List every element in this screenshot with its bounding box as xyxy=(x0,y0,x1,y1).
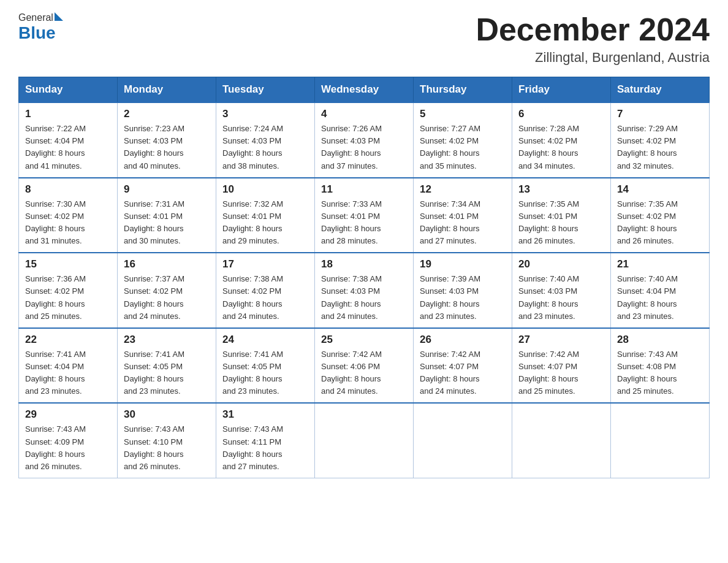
week-row-3: 15 Sunrise: 7:36 AM Sunset: 4:02 PM Dayl… xyxy=(19,253,710,328)
week-row-5: 29 Sunrise: 7:43 AM Sunset: 4:09 PM Dayl… xyxy=(19,403,710,478)
table-row: 8 Sunrise: 7:30 AM Sunset: 4:02 PM Dayli… xyxy=(19,178,118,253)
day-info: Sunrise: 7:29 AM Sunset: 4:02 PM Dayligh… xyxy=(617,123,703,172)
calendar-table: Sunday Monday Tuesday Wednesday Thursday… xyxy=(18,77,710,478)
table-row: 12 Sunrise: 7:34 AM Sunset: 4:01 PM Dayl… xyxy=(414,178,512,253)
logo-top-line: General xyxy=(18,12,63,23)
day-info: Sunrise: 7:37 AM Sunset: 4:02 PM Dayligh… xyxy=(124,273,210,323)
day-number: 21 xyxy=(617,258,703,270)
table-row: 16 Sunrise: 7:37 AM Sunset: 4:02 PM Dayl… xyxy=(118,253,216,328)
table-row: 19 Sunrise: 7:39 AM Sunset: 4:03 PM Dayl… xyxy=(414,253,512,328)
day-number: 31 xyxy=(222,408,308,421)
day-number: 26 xyxy=(420,334,506,346)
week-row-4: 22 Sunrise: 7:41 AM Sunset: 4:04 PM Dayl… xyxy=(19,328,710,404)
logo-blue-text: Blue xyxy=(18,23,56,43)
day-number: 11 xyxy=(321,183,407,196)
day-info: Sunrise: 7:42 AM Sunset: 4:07 PM Dayligh… xyxy=(420,348,506,398)
day-number: 12 xyxy=(420,183,506,196)
table-row: 4 Sunrise: 7:26 AM Sunset: 4:03 PM Dayli… xyxy=(315,102,414,178)
day-info: Sunrise: 7:22 AM Sunset: 4:04 PM Dayligh… xyxy=(25,123,111,172)
day-number: 24 xyxy=(222,334,308,346)
table-row: 17 Sunrise: 7:38 AM Sunset: 4:02 PM Dayl… xyxy=(216,253,315,328)
day-number: 7 xyxy=(617,108,703,120)
day-number: 4 xyxy=(321,108,407,120)
col-monday: Monday xyxy=(118,77,216,103)
day-number: 9 xyxy=(124,183,210,196)
day-number: 14 xyxy=(617,183,703,196)
table-row: 9 Sunrise: 7:31 AM Sunset: 4:01 PM Dayli… xyxy=(118,178,216,253)
day-info: Sunrise: 7:43 AM Sunset: 4:10 PM Dayligh… xyxy=(124,423,210,473)
table-row: 7 Sunrise: 7:29 AM Sunset: 4:02 PM Dayli… xyxy=(611,102,710,178)
day-info: Sunrise: 7:34 AM Sunset: 4:01 PM Dayligh… xyxy=(420,198,506,248)
table-row xyxy=(315,403,414,478)
day-info: Sunrise: 7:26 AM Sunset: 4:03 PM Dayligh… xyxy=(321,123,407,172)
table-row: 10 Sunrise: 7:32 AM Sunset: 4:01 PM Dayl… xyxy=(216,178,315,253)
table-row: 29 Sunrise: 7:43 AM Sunset: 4:09 PM Dayl… xyxy=(19,403,118,478)
table-row: 18 Sunrise: 7:38 AM Sunset: 4:03 PM Dayl… xyxy=(315,253,414,328)
day-number: 19 xyxy=(420,258,506,270)
col-wednesday: Wednesday xyxy=(315,77,414,103)
col-friday: Friday xyxy=(512,77,611,103)
day-info: Sunrise: 7:32 AM Sunset: 4:01 PM Dayligh… xyxy=(222,198,308,248)
table-row: 22 Sunrise: 7:41 AM Sunset: 4:04 PM Dayl… xyxy=(19,328,118,404)
header-row: Sunday Monday Tuesday Wednesday Thursday… xyxy=(19,77,710,103)
table-row: 28 Sunrise: 7:43 AM Sunset: 4:08 PM Dayl… xyxy=(611,328,710,404)
day-info: Sunrise: 7:40 AM Sunset: 4:04 PM Dayligh… xyxy=(617,273,703,323)
col-tuesday: Tuesday xyxy=(216,77,315,103)
table-row: 11 Sunrise: 7:33 AM Sunset: 4:01 PM Dayl… xyxy=(315,178,414,253)
day-number: 13 xyxy=(518,183,604,196)
day-info: Sunrise: 7:40 AM Sunset: 4:03 PM Dayligh… xyxy=(518,273,604,323)
header: General Blue December 2024 Zillingtal, B… xyxy=(18,12,710,66)
day-info: Sunrise: 7:23 AM Sunset: 4:03 PM Dayligh… xyxy=(124,123,210,172)
table-row: 1 Sunrise: 7:22 AM Sunset: 4:04 PM Dayli… xyxy=(19,102,118,178)
logo-general-text: General xyxy=(18,12,53,23)
day-info: Sunrise: 7:27 AM Sunset: 4:02 PM Dayligh… xyxy=(420,123,506,172)
day-info: Sunrise: 7:42 AM Sunset: 4:07 PM Dayligh… xyxy=(518,348,604,398)
title-block: December 2024 Zillingtal, Burgenland, Au… xyxy=(476,12,710,66)
day-number: 8 xyxy=(25,183,111,196)
day-info: Sunrise: 7:41 AM Sunset: 4:04 PM Dayligh… xyxy=(25,348,111,398)
table-row: 20 Sunrise: 7:40 AM Sunset: 4:03 PM Dayl… xyxy=(512,253,611,328)
page: General Blue December 2024 Zillingtal, B… xyxy=(0,0,728,497)
table-row: 23 Sunrise: 7:41 AM Sunset: 4:05 PM Dayl… xyxy=(118,328,216,404)
day-number: 29 xyxy=(25,408,111,421)
month-title: December 2024 xyxy=(476,12,710,47)
table-row: 24 Sunrise: 7:41 AM Sunset: 4:05 PM Dayl… xyxy=(216,328,315,404)
table-row: 14 Sunrise: 7:35 AM Sunset: 4:02 PM Dayl… xyxy=(611,178,710,253)
day-info: Sunrise: 7:43 AM Sunset: 4:08 PM Dayligh… xyxy=(617,348,703,398)
table-row: 15 Sunrise: 7:36 AM Sunset: 4:02 PM Dayl… xyxy=(19,253,118,328)
table-row xyxy=(512,403,611,478)
day-info: Sunrise: 7:43 AM Sunset: 4:11 PM Dayligh… xyxy=(222,423,308,473)
day-number: 1 xyxy=(25,108,111,120)
day-number: 20 xyxy=(518,258,604,270)
table-row: 31 Sunrise: 7:43 AM Sunset: 4:11 PM Dayl… xyxy=(216,403,315,478)
day-info: Sunrise: 7:31 AM Sunset: 4:01 PM Dayligh… xyxy=(124,198,210,248)
day-number: 25 xyxy=(321,334,407,346)
day-number: 3 xyxy=(222,108,308,120)
table-row: 13 Sunrise: 7:35 AM Sunset: 4:01 PM Dayl… xyxy=(512,178,611,253)
table-row: 30 Sunrise: 7:43 AM Sunset: 4:10 PM Dayl… xyxy=(118,403,216,478)
day-info: Sunrise: 7:41 AM Sunset: 4:05 PM Dayligh… xyxy=(222,348,308,398)
day-number: 23 xyxy=(124,334,210,346)
day-info: Sunrise: 7:35 AM Sunset: 4:01 PM Dayligh… xyxy=(518,198,604,248)
day-info: Sunrise: 7:30 AM Sunset: 4:02 PM Dayligh… xyxy=(25,198,111,248)
day-info: Sunrise: 7:39 AM Sunset: 4:03 PM Dayligh… xyxy=(420,273,506,323)
day-info: Sunrise: 7:42 AM Sunset: 4:06 PM Dayligh… xyxy=(321,348,407,398)
col-sunday: Sunday xyxy=(19,77,118,103)
day-number: 17 xyxy=(222,258,308,270)
col-saturday: Saturday xyxy=(611,77,710,103)
day-number: 30 xyxy=(124,408,210,421)
logo-arrow-icon xyxy=(55,12,63,21)
day-number: 22 xyxy=(25,334,111,346)
table-row: 3 Sunrise: 7:24 AM Sunset: 4:03 PM Dayli… xyxy=(216,102,315,178)
day-number: 15 xyxy=(25,258,111,270)
day-number: 10 xyxy=(222,183,308,196)
table-row: 26 Sunrise: 7:42 AM Sunset: 4:07 PM Dayl… xyxy=(414,328,512,404)
col-thursday: Thursday xyxy=(414,77,512,103)
day-info: Sunrise: 7:43 AM Sunset: 4:09 PM Dayligh… xyxy=(25,423,111,473)
table-row: 27 Sunrise: 7:42 AM Sunset: 4:07 PM Dayl… xyxy=(512,328,611,404)
table-row xyxy=(611,403,710,478)
table-row: 21 Sunrise: 7:40 AM Sunset: 4:04 PM Dayl… xyxy=(611,253,710,328)
week-row-1: 1 Sunrise: 7:22 AM Sunset: 4:04 PM Dayli… xyxy=(19,102,710,178)
day-number: 18 xyxy=(321,258,407,270)
day-info: Sunrise: 7:38 AM Sunset: 4:02 PM Dayligh… xyxy=(222,273,308,323)
